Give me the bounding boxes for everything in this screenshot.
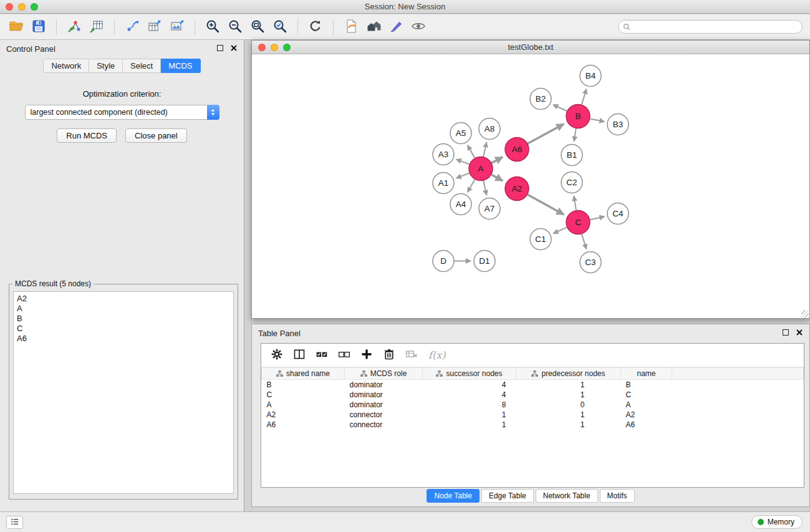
memory-button[interactable]: Memory (751, 515, 803, 529)
graph-node-A3[interactable]: A3 (433, 144, 454, 165)
graph-node-B4[interactable]: B4 (580, 65, 601, 87)
graph-node-B3[interactable]: B3 (607, 114, 629, 135)
float-panel-button[interactable] (217, 45, 223, 51)
graph-edge-B-B2[interactable] (553, 105, 567, 111)
mcds-result-item[interactable]: A6 (17, 334, 230, 344)
graph-node-B2[interactable]: B2 (530, 89, 551, 110)
column-header-successor-nodes[interactable]: successor nodes (423, 368, 516, 380)
export-image-button[interactable] (167, 17, 187, 37)
graph-node-B1[interactable]: B1 (561, 145, 582, 166)
select-all-columns-button[interactable] (312, 346, 331, 365)
save-session-button[interactable] (29, 17, 49, 37)
close-panel-action-button[interactable]: Close panel (125, 128, 187, 143)
import-table-button[interactable] (87, 17, 107, 37)
table-row[interactable]: Cdominator41C (262, 390, 804, 400)
graph-node-B[interactable]: B (566, 105, 590, 128)
graph-node-D1[interactable]: D1 (474, 251, 495, 272)
optimization-criterion-dropdown[interactable]: largest connected component (directed) (25, 105, 219, 120)
graph-edge-C-C1[interactable] (553, 228, 567, 234)
graph-edge-A-A5[interactable] (468, 145, 475, 158)
close-table-panel-button[interactable] (796, 329, 803, 336)
graph-node-C3[interactable]: C3 (580, 252, 601, 273)
graph-edge-A-A4[interactable] (468, 180, 475, 192)
export-table-button[interactable] (145, 17, 165, 37)
graph-edge-A-A8[interactable] (483, 142, 486, 157)
add-column-button[interactable] (357, 346, 376, 365)
graph-node-A6[interactable]: A6 (505, 138, 529, 162)
tab-select[interactable]: Select (123, 59, 161, 73)
table-row[interactable]: Bdominator41B (262, 380, 804, 390)
search-input[interactable] (618, 20, 803, 34)
table-row[interactable]: A2connector11A2 (262, 410, 804, 420)
refresh-layout-button[interactable] (306, 17, 325, 37)
command-panel-button[interactable] (6, 516, 23, 529)
graph-node-A5[interactable]: A5 (450, 123, 471, 144)
graph-node-C1[interactable]: C1 (530, 229, 551, 250)
graph-edge-A-A3[interactable] (456, 159, 470, 164)
graph-edge-B-B1[interactable] (574, 128, 576, 142)
mcds-result-item[interactable]: C (17, 324, 230, 334)
table-settings-button[interactable] (268, 346, 286, 365)
network-window-titlebar[interactable]: testGlobe.txt (252, 41, 809, 54)
zoom-window-button[interactable] (31, 3, 38, 11)
run-mcds-button[interactable]: Run MCDS (57, 128, 117, 143)
show-columns-button[interactable] (290, 346, 309, 365)
zoom-fit-button[interactable] (248, 17, 268, 37)
graph-node-A8[interactable]: A8 (479, 118, 500, 140)
tab-style[interactable]: Style (89, 59, 123, 73)
graph-edge-A-A1[interactable] (456, 173, 470, 178)
zoom-in-button[interactable] (203, 17, 223, 37)
delete-table-button[interactable] (402, 346, 421, 365)
minimize-window-button[interactable] (18, 3, 26, 11)
graph-node-A7[interactable]: A7 (479, 198, 500, 220)
table-row[interactable]: Adominator80A (262, 400, 804, 410)
delete-column-button[interactable] (380, 346, 398, 365)
network-zoom-button[interactable] (283, 44, 291, 51)
tab-network-table[interactable]: Network Table (536, 489, 598, 503)
column-header-name[interactable]: name (621, 368, 672, 380)
mcds-result-list[interactable]: A2ABCA6 (13, 291, 234, 494)
graph-edge-C-C3[interactable] (582, 235, 586, 249)
open-file-button[interactable] (6, 17, 26, 37)
export-network-button[interactable] (122, 17, 142, 37)
float-table-panel-button[interactable] (783, 329, 789, 336)
zoom-selected-button[interactable] (270, 17, 290, 37)
column-header-mcds-role[interactable]: MCDS role (345, 368, 423, 380)
graph-edge-A2-C[interactable] (528, 195, 564, 215)
graph-edge-A6-B[interactable] (528, 124, 564, 143)
close-panel-button[interactable] (230, 44, 238, 52)
zoom-out-button[interactable] (225, 17, 245, 37)
graph-edge-C-C2[interactable] (574, 196, 576, 210)
graph-edge-A-A2[interactable] (492, 175, 503, 181)
graph-node-A[interactable]: A (469, 157, 493, 181)
graph-node-C[interactable]: C (566, 211, 590, 235)
tab-node-table[interactable]: Node Table (427, 489, 480, 503)
column-header-predecessor-nodes[interactable]: predecessor nodes (516, 368, 621, 380)
eye-button[interactable] (408, 17, 428, 37)
home-button[interactable] (364, 17, 383, 37)
graph-node-A4[interactable]: A4 (450, 194, 471, 215)
mcds-result-item[interactable]: A (17, 304, 230, 314)
graph-edge-A-A7[interactable] (483, 181, 486, 195)
graph-node-D[interactable]: D (433, 251, 454, 272)
tab-motifs[interactable]: Motifs (600, 489, 635, 503)
graph-edge-A-A6[interactable] (492, 157, 503, 163)
column-header-shared-name[interactable]: shared name (262, 368, 345, 380)
mcds-result-item[interactable]: B (17, 314, 230, 324)
table-row[interactable]: A6connector11A6 (262, 420, 804, 430)
network-minimize-button[interactable] (271, 44, 278, 51)
graph-node-A2[interactable]: A2 (505, 177, 529, 201)
resize-grip[interactable] (801, 310, 809, 317)
graph-edge-B-B3[interactable] (591, 119, 605, 122)
close-window-button[interactable] (6, 3, 13, 11)
graph-edge-B-B4[interactable] (582, 89, 587, 105)
mcds-result-item[interactable]: A2 (17, 294, 230, 304)
graph-node-A1[interactable]: A1 (433, 173, 454, 194)
tab-mcds[interactable]: MCDS (161, 59, 200, 73)
function-builder-button[interactable]: f(x) (425, 346, 445, 365)
tab-edge-table[interactable]: Edge Table (481, 489, 534, 503)
network-canvas[interactable]: AA6A2BCA5A8A3A1A4A7B2B4B3B1C2C4C1C3DD1 (252, 54, 809, 318)
network-close-button[interactable] (258, 44, 266, 51)
graph-edge-C-C4[interactable] (591, 216, 605, 220)
deselect-all-columns-button[interactable] (335, 346, 354, 365)
